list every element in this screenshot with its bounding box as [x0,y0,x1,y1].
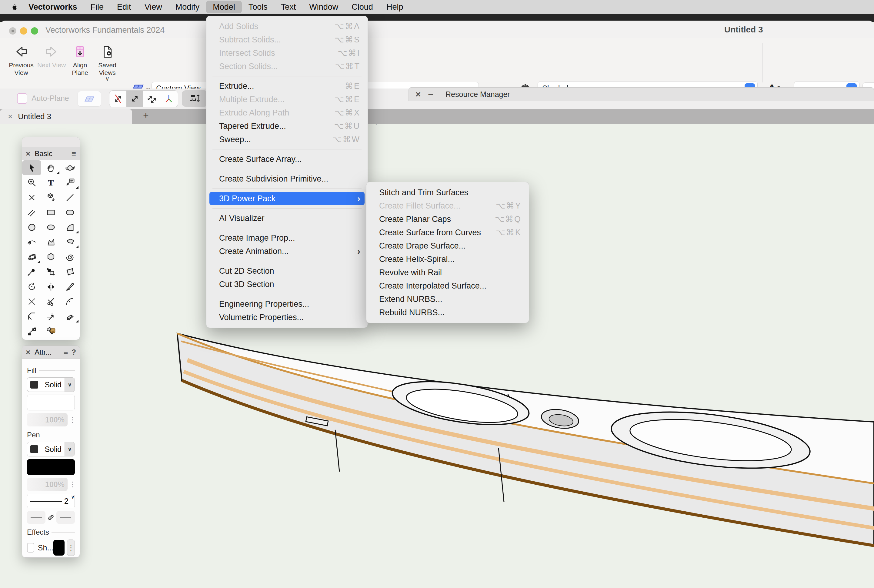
line-weight-select[interactable]: 2 ∨ [27,494,75,508]
tool-eraser-icon[interactable] [61,309,80,324]
model-menu-item-tapered-extrude[interactable]: Tapered Extrude...⌥⌘U [206,119,367,133]
menubar-item-file[interactable]: File [84,1,111,14]
tool-polyline-icon[interactable] [61,235,80,249]
shadow-color-swatch[interactable] [53,540,64,556]
new-tab-button[interactable]: + [143,110,149,121]
tool-unfold-3d-icon[interactable] [41,190,60,205]
tool-zoom-icon[interactable] [22,175,41,190]
planar-mode-button[interactable] [78,91,101,107]
menubar-item-view[interactable]: View [138,1,169,14]
tool-oval-icon[interactable] [41,220,60,235]
window-minimize-button[interactable] [20,27,27,34]
power-pack-item-stitch-and-trim-surfaces[interactable]: Stitch and Trim Surfaces [366,186,529,199]
tool-double-line-icon[interactable] [22,205,41,220]
resource-manager-collapse-icon[interactable]: − [428,89,434,99]
shadow-checkbox[interactable] [27,543,34,552]
previous-view-button[interactable]: Previous View [6,44,37,76]
tool-split-icon[interactable] [41,294,60,309]
power-pack-item-create-interpolated-surface[interactable]: Create Interpolated Surface... [366,279,529,292]
power-pack-item-create-helix-spiral[interactable]: Create Helix-Spiral... [366,252,529,266]
help-icon[interactable]: ? [72,348,76,356]
line-style-start-button[interactable] [27,511,45,524]
menubar-item-vectorworks[interactable]: Vectorworks [22,1,84,14]
tool-paint-roller-icon[interactable] [41,324,60,339]
tool-rectangle-icon[interactable] [41,205,60,220]
menubar-item-edit[interactable]: Edit [110,1,138,14]
tool-circle-icon[interactable] [22,220,41,235]
model-menu-item-volumetric-properties[interactable]: Volumetric Properties... [206,310,367,324]
menubar-item-cloud[interactable]: Cloud [345,1,380,14]
hamburger-menu-icon[interactable]: ≡ [72,149,76,159]
align-plane-button[interactable]: Align Plane [64,44,96,76]
fill-opacity-menu-icon[interactable]: ⋮ [69,416,75,424]
single-constraint-mode-button[interactable] [126,91,143,107]
tool-mirror-icon[interactable] [41,279,60,294]
tool-eyedropper-icon[interactable] [22,264,41,279]
menubar-item-help[interactable]: Help [380,1,410,14]
tool-rotate-icon[interactable] [22,279,41,294]
tool-deform-icon[interactable] [61,264,80,279]
stacking-order-button[interactable] [182,90,208,107]
hamburger-menu-icon[interactable]: ≡ [63,348,68,357]
tool-regular-polygon-icon[interactable] [41,249,60,264]
shadow-options-icon[interactable]: ⋮ [67,540,75,556]
tool-polygon-icon[interactable] [41,235,60,249]
tool-line-icon[interactable] [61,190,80,205]
tool-create-similar-icon[interactable] [22,324,41,339]
palette-drag-bar[interactable] [22,137,80,147]
menubar-item-tools[interactable]: Tools [242,1,274,14]
model-menu-item-cut-2d-section[interactable]: Cut 2D Section [206,264,367,278]
model-menu-item-create-animation[interactable]: Create Animation...› [206,244,367,258]
power-pack-item-create-drape-surface[interactable]: Create Drape Surface... [366,239,529,252]
axis-triad-mode-button[interactable] [160,91,177,107]
apple-menu-icon[interactable] [8,2,20,12]
power-pack-item-revolve-with-rail[interactable]: Revolve with Rail [366,266,529,279]
tool-chamfer-icon[interactable] [22,309,41,324]
tool-knife-icon[interactable] [61,279,80,294]
power-pack-item-create-planar-caps[interactable]: Create Planar Caps⌥⌘Q [366,213,529,226]
tool-offset-icon[interactable] [41,309,60,324]
no-constraint-mode-button[interactable] [109,91,126,107]
tool-selection-icon[interactable] [22,160,41,175]
line-style-end-button[interactable] [56,511,75,524]
menubar-item-model[interactable]: Model [206,1,242,14]
power-pack-item-extend-nurbs[interactable]: Extend NURBS... [366,292,529,306]
tab-untitled-3[interactable]: × Untitled 3 [0,109,132,124]
double-constraint-mode-button[interactable] [143,91,160,107]
model-menu-item-3d-power-pack[interactable]: 3D Power Pack› [210,192,364,205]
power-pack-item-create-surface-from-curves[interactable]: Create Surface from Curves⌥⌘K [366,226,529,239]
saved-views-button[interactable]: Saved Views ∨ [91,44,123,81]
tool-move-by-points-icon[interactable] [41,264,60,279]
pen-opacity-menu-icon[interactable]: ⋮ [69,480,75,489]
fill-color-well[interactable] [27,394,75,410]
model-menu-item-create-subdivision-primitive[interactable]: Create Subdivision Primitive... [206,172,367,186]
tool-trim-icon[interactable] [22,294,41,309]
window-close-button[interactable] [9,27,16,34]
tool-callout-icon[interactable] [61,175,80,190]
tool-pan-icon[interactable] [41,160,60,175]
tool-3d-polygon-icon[interactable] [22,249,41,264]
tool-rounded-rectangle-icon[interactable] [61,205,80,220]
fill-style-select[interactable]: Solid ∨ [27,377,75,392]
tool-flyover-icon[interactable] [61,160,80,175]
menubar-item-text[interactable]: Text [274,1,303,14]
tool-text-icon[interactable]: T [41,175,60,190]
menubar-item-modify[interactable]: Modify [169,1,206,14]
link-broken-icon[interactable] [45,513,56,522]
tab-close-icon[interactable]: × [8,112,12,121]
model-menu-item-cut-3d-section[interactable]: Cut 3D Section [206,278,367,291]
close-icon[interactable]: × [26,149,30,159]
model-menu-item-create-surface-array[interactable]: Create Surface Array... [206,153,367,166]
tool-freehand-icon[interactable] [22,235,41,249]
model-menu-item-sweep[interactable]: Sweep...⌥⌘W [206,133,367,146]
tool-fillet-icon[interactable] [61,294,80,309]
model-menu-item-ai-visualizer[interactable]: AI Visualizer [206,212,367,225]
pen-style-select[interactable]: Solid ∨ [27,442,75,456]
window-zoom-button[interactable] [31,27,38,34]
model-menu-item-extrude[interactable]: Extrude...⌘E [206,80,367,93]
tool-spiral-icon[interactable] [61,249,80,264]
model-menu-item-engineering-properties[interactable]: Engineering Properties... [206,297,367,310]
tool-arc-icon[interactable] [61,220,80,235]
basic-palette-header[interactable]: × Basic ≡ [22,147,80,160]
close-icon[interactable]: × [26,348,30,357]
